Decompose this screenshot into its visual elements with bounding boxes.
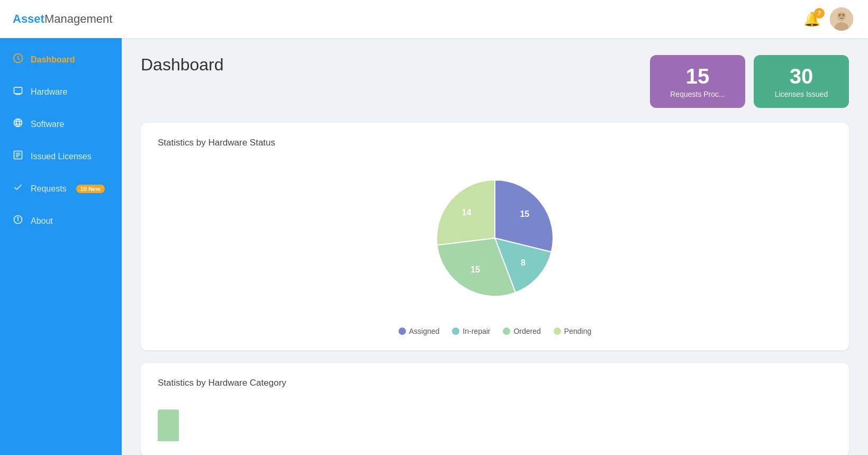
legend-dot-ordered — [503, 327, 510, 335]
bar-chart-area — [158, 399, 832, 441]
legend-pending: Pending — [554, 327, 591, 335]
licenses-icon — [13, 150, 23, 163]
hardware-icon — [13, 85, 23, 98]
stat-card-requests-label: Requests Proc... — [667, 90, 728, 98]
hardware-category-chart-title: Statistics by Hardware Category — [158, 378, 832, 388]
stat-card-requests: 15 Requests Proc... — [650, 55, 745, 108]
logo-management: Management — [44, 12, 112, 26]
bar-1 — [158, 410, 179, 441]
svg-text:8: 8 — [521, 258, 526, 267]
svg-point-4 — [839, 15, 840, 16]
sidebar-item-about[interactable]: About — [0, 205, 122, 237]
pie-chart-container: 1581514 Assigned In-repair Ordered — [158, 159, 832, 335]
bar-item-1 — [158, 410, 179, 441]
svg-point-11 — [14, 119, 22, 127]
software-icon — [13, 117, 23, 131]
hardware-status-chart-title: Statistics by Hardware Status — [158, 138, 832, 148]
svg-text:14: 14 — [462, 208, 472, 217]
svg-text:15: 15 — [471, 265, 480, 274]
sidebar-item-dashboard[interactable]: Dashboard — [0, 43, 122, 76]
legend-dot-pending — [554, 327, 561, 335]
sidebar-item-requests[interactable]: Requests 10 New — [0, 172, 122, 205]
chart-legend: Assigned In-repair Ordered Pending — [399, 327, 591, 335]
sidebar-item-hardware[interactable]: Hardware — [0, 76, 122, 108]
svg-rect-7 — [14, 87, 22, 94]
logo-area: Asset Management — [0, 12, 122, 26]
legend-ordered: Ordered — [503, 327, 540, 335]
svg-text:15: 15 — [520, 210, 529, 219]
sidebar-item-dashboard-label: Dashboard — [31, 55, 75, 65]
stat-cards: 15 Requests Proc... 30 Licenses Issued — [650, 55, 849, 108]
sidebar-item-software-label: Software — [31, 120, 64, 129]
requests-new-badge: 10 New — [76, 185, 105, 193]
legend-dot-assigned — [399, 327, 406, 335]
requests-icon — [13, 182, 23, 195]
svg-point-20 — [17, 217, 18, 218]
legend-assigned: Assigned — [399, 327, 440, 335]
main-layout: Dashboard Hardware Software Issued Licen… — [0, 38, 868, 455]
sidebar-item-issued-licenses-label: Issued Licenses — [31, 152, 92, 161]
hardware-status-chart-section: Statistics by Hardware Status 1581514 As… — [141, 123, 849, 350]
logo-asset: Asset — [13, 12, 44, 26]
page-header: Dashboard 15 Requests Proc... 30 License… — [141, 55, 849, 108]
page-title: Dashboard — [141, 55, 224, 75]
notification-badge: 7 — [814, 8, 825, 19]
stat-card-licenses: 30 Licenses Issued — [754, 55, 849, 108]
main-content: Dashboard 15 Requests Proc... 30 License… — [122, 38, 868, 455]
legend-label-ordered: Ordered — [513, 327, 540, 335]
pie-chart: 1581514 — [415, 159, 574, 317]
legend-dot-inrepair — [452, 327, 459, 335]
stat-card-requests-number: 15 — [667, 65, 728, 88]
legend-label-pending: Pending — [564, 327, 591, 335]
stat-card-licenses-number: 30 — [771, 65, 832, 88]
avatar[interactable] — [830, 7, 853, 31]
sidebar-item-requests-label: Requests — [31, 184, 67, 194]
sidebar-item-software[interactable]: Software — [0, 108, 122, 140]
top-header: Asset Management 🔔 7 — [0, 0, 868, 38]
sidebar-item-hardware-label: Hardware — [31, 87, 67, 97]
about-icon — [13, 214, 23, 228]
legend-inrepair: In-repair — [452, 327, 490, 335]
dashboard-icon — [13, 53, 23, 66]
stat-card-licenses-label: Licenses Issued — [771, 90, 832, 98]
sidebar-item-issued-licenses[interactable]: Issued Licenses — [0, 140, 122, 172]
notification-button[interactable]: 🔔 7 — [803, 11, 820, 28]
hardware-category-chart-section: Statistics by Hardware Category — [141, 363, 849, 455]
sidebar: Dashboard Hardware Software Issued Licen… — [0, 38, 122, 455]
header-right: 🔔 7 — [803, 7, 853, 31]
sidebar-item-about-label: About — [31, 216, 53, 226]
svg-point-5 — [843, 15, 844, 16]
legend-label-inrepair: In-repair — [463, 327, 490, 335]
legend-label-assigned: Assigned — [409, 327, 440, 335]
svg-point-3 — [838, 13, 845, 20]
